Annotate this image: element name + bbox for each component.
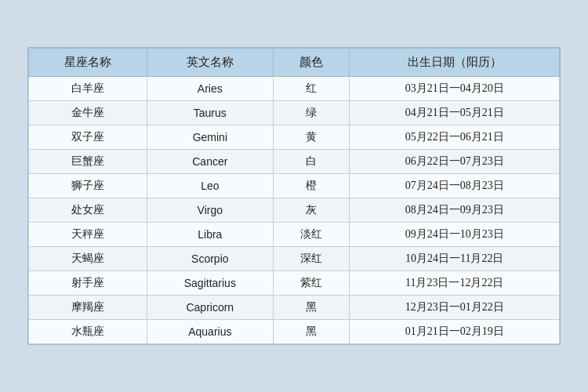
table-row: 白羊座Aries红03月21日一04月20日 — [29, 77, 560, 101]
cell-en: Aquarius — [147, 320, 273, 344]
cell-zh: 白羊座 — [29, 77, 147, 101]
table-row: 水瓶座Aquarius黑01月21日一02月19日 — [29, 320, 560, 344]
zodiac-table: 星座名称 英文名称 颜色 出生日期（阳历） 白羊座Aries红03月21日一04… — [28, 48, 560, 344]
cell-color: 黑 — [274, 320, 350, 344]
cell-date: 05月22日一06月21日 — [350, 125, 560, 150]
cell-date: 03月21日一04月20日 — [350, 77, 560, 101]
cell-color: 深红 — [274, 247, 350, 271]
table-row: 处女座Virgo灰08月24日一09月23日 — [29, 198, 560, 223]
cell-en: Gemini — [147, 125, 273, 150]
cell-zh: 双子座 — [29, 125, 147, 150]
cell-date: 07月24日一08月23日 — [350, 174, 560, 198]
cell-zh: 天蝎座 — [29, 247, 147, 271]
cell-date: 09月24日一10月23日 — [350, 223, 560, 247]
cell-date: 01月21日一02月19日 — [350, 320, 560, 344]
cell-zh: 摩羯座 — [29, 296, 147, 320]
zodiac-table-container: 星座名称 英文名称 颜色 出生日期（阳历） 白羊座Aries红03月21日一04… — [27, 47, 561, 345]
cell-date: 11月23日一12月22日 — [350, 271, 560, 296]
cell-en: Scorpio — [147, 247, 273, 271]
col-header-zh: 星座名称 — [29, 49, 147, 77]
table-row: 射手座Sagittarius紫红11月23日一12月22日 — [29, 271, 560, 296]
cell-date: 08月24日一09月23日 — [350, 198, 560, 223]
cell-zh: 狮子座 — [29, 174, 147, 198]
cell-en: Capricorn — [147, 296, 273, 320]
cell-color: 黄 — [274, 125, 350, 150]
cell-zh: 射手座 — [29, 271, 147, 296]
cell-zh: 金牛座 — [29, 101, 147, 125]
cell-date: 12月23日一01月22日 — [350, 296, 560, 320]
table-row: 狮子座Leo橙07月24日一08月23日 — [29, 174, 560, 198]
cell-date: 06月22日一07月23日 — [350, 150, 560, 174]
cell-en: Taurus — [147, 101, 273, 125]
col-header-color: 颜色 — [274, 49, 350, 77]
cell-color: 绿 — [274, 101, 350, 125]
table-row: 巨蟹座Cancer白06月22日一07月23日 — [29, 150, 560, 174]
cell-date: 04月21日一05月21日 — [350, 101, 560, 125]
cell-en: Aries — [147, 77, 273, 101]
cell-date: 10月24日一11月22日 — [350, 247, 560, 271]
cell-color: 淡红 — [274, 223, 350, 247]
cell-en: Sagittarius — [147, 271, 273, 296]
cell-color: 橙 — [274, 174, 350, 198]
cell-color: 黑 — [274, 296, 350, 320]
cell-en: Virgo — [147, 198, 273, 223]
table-row: 摩羯座Capricorn黑12月23日一01月22日 — [29, 296, 560, 320]
table-row: 天蝎座Scorpio深红10月24日一11月22日 — [29, 247, 560, 271]
cell-color: 白 — [274, 150, 350, 174]
cell-zh: 水瓶座 — [29, 320, 147, 344]
table-header-row: 星座名称 英文名称 颜色 出生日期（阳历） — [29, 49, 560, 77]
cell-color: 灰 — [274, 198, 350, 223]
col-header-en: 英文名称 — [147, 49, 273, 77]
cell-zh: 处女座 — [29, 198, 147, 223]
col-header-date: 出生日期（阳历） — [350, 49, 560, 77]
table-row: 双子座Gemini黄05月22日一06月21日 — [29, 125, 560, 150]
cell-en: Cancer — [147, 150, 273, 174]
cell-color: 紫红 — [274, 271, 350, 296]
table-row: 天秤座Libra淡红09月24日一10月23日 — [29, 223, 560, 247]
table-row: 金牛座Taurus绿04月21日一05月21日 — [29, 101, 560, 125]
cell-en: Libra — [147, 223, 273, 247]
cell-en: Leo — [147, 174, 273, 198]
cell-color: 红 — [274, 77, 350, 101]
cell-zh: 天秤座 — [29, 223, 147, 247]
cell-zh: 巨蟹座 — [29, 150, 147, 174]
